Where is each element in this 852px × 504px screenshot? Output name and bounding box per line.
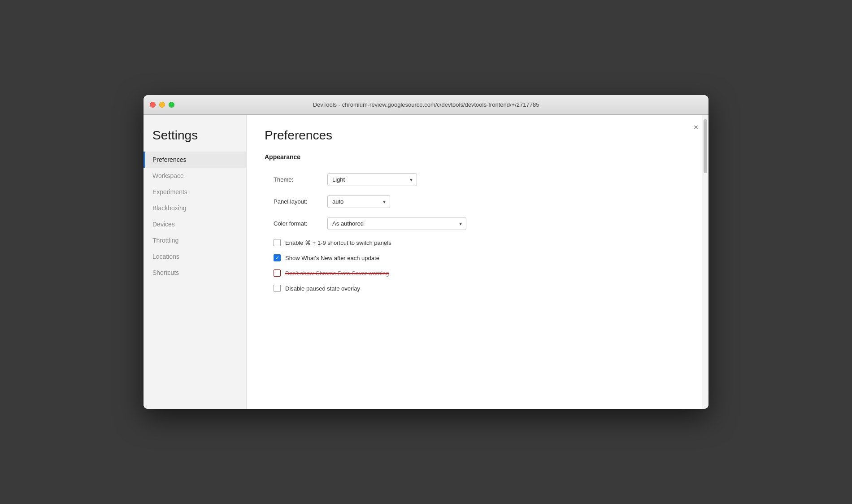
paused-overlay-checkbox[interactable] (274, 285, 281, 292)
titlebar: DevTools - chromium-review.googlesource.… (143, 95, 709, 115)
data-saver-row: Don't show Chrome Data Saver warning (265, 269, 691, 277)
whats-new-label: Show What's New after each update (285, 255, 379, 261)
color-format-select[interactable]: As authored HEX RGB HSL (327, 217, 466, 230)
data-saver-label: Don't show Chrome Data Saver warning (285, 270, 389, 277)
color-format-row: Color format: As authored HEX RGB HSL (265, 217, 691, 230)
sidebar-item-blackboxing[interactable]: Blackboxing (143, 200, 246, 216)
data-saver-checkbox[interactable] (274, 269, 281, 277)
sidebar-item-shortcuts[interactable]: Shortcuts (143, 265, 246, 281)
paused-overlay-label: Disable paused state overlay (285, 285, 360, 292)
shortcut-switch-label: Enable ⌘ + 1-9 shortcut to switch panels (285, 239, 391, 246)
page-title: Preferences (265, 128, 691, 143)
maximize-traffic-light[interactable] (169, 102, 174, 108)
panel-layout-select-wrapper: auto horizontal vertical (327, 195, 390, 208)
panel-layout-label: Panel layout: (274, 198, 327, 205)
scrollbar[interactable] (702, 115, 709, 409)
close-traffic-light[interactable] (150, 102, 156, 108)
close-button[interactable]: × (691, 122, 701, 133)
sidebar-title: Settings (143, 124, 246, 152)
sidebar-item-preferences[interactable]: Preferences (143, 152, 246, 168)
panel-layout-row: Panel layout: auto horizontal vertical (265, 195, 691, 208)
sidebar-item-experiments[interactable]: Experiments (143, 184, 246, 200)
sidebar-nav: Preferences Workspace Experiments Blackb… (143, 152, 246, 281)
sidebar-item-workspace[interactable]: Workspace (143, 168, 246, 184)
minimize-traffic-light[interactable] (159, 102, 165, 108)
section-appearance-title: Appearance (265, 153, 691, 164)
theme-select[interactable]: Light Dark System preference (327, 173, 417, 186)
traffic-lights (150, 102, 174, 108)
theme-label: Theme: (274, 176, 327, 183)
whats-new-row: Show What's New after each update (265, 254, 691, 261)
sidebar-item-throttling[interactable]: Throttling (143, 232, 246, 248)
theme-row: Theme: Light Dark System preference (265, 173, 691, 186)
paused-overlay-row: Disable paused state overlay (265, 285, 691, 292)
whats-new-checkbox[interactable] (274, 254, 281, 261)
color-format-label: Color format: (274, 220, 327, 227)
sidebar-item-devices[interactable]: Devices (143, 216, 246, 232)
theme-select-wrapper: Light Dark System preference (327, 173, 417, 186)
shortcut-switch-row: Enable ⌘ + 1-9 shortcut to switch panels (265, 239, 691, 246)
mac-window: DevTools - chromium-review.googlesource.… (143, 95, 709, 409)
panel-layout-select[interactable]: auto horizontal vertical (327, 195, 390, 208)
sidebar: Settings Preferences Workspace Experimen… (143, 115, 247, 409)
window-title: DevTools - chromium-review.googlesource.… (313, 101, 539, 108)
main-content: × Preferences Appearance Theme: Light Da… (247, 115, 709, 409)
shortcut-switch-checkbox[interactable] (274, 239, 281, 246)
sidebar-item-locations[interactable]: Locations (143, 248, 246, 265)
color-format-select-wrapper: As authored HEX RGB HSL (327, 217, 466, 230)
window-content: Settings Preferences Workspace Experimen… (143, 115, 709, 409)
scrollbar-thumb[interactable] (704, 119, 707, 173)
